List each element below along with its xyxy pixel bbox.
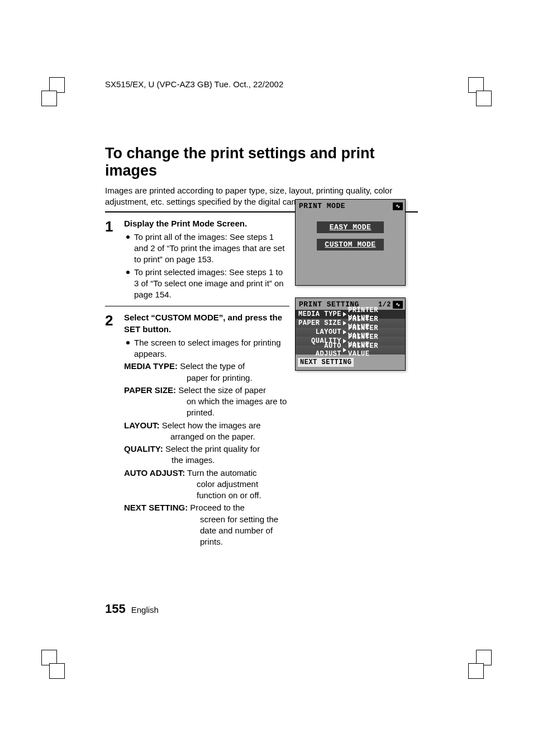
def-label: NEXT SETTING: [124, 503, 188, 512]
doc-header: SX515/EX, U (VPC-AZ3 GB) Tue. Oct., 22/2… [105, 79, 418, 89]
triangle-right-icon [343, 330, 346, 334]
def-text: arranged on the paper. [124, 431, 289, 442]
custom-mode-button: CUSTOM MODE [317, 239, 384, 251]
bullet-item: To print selected images: See steps 1 to… [124, 267, 289, 301]
def-text: on which the images are to printed. [124, 396, 289, 419]
triangle-right-icon [343, 321, 346, 325]
step-body: Display the Print Mode Screen. To print … [124, 218, 289, 302]
easy-mode-button: EASY MODE [317, 221, 384, 233]
def-next-setting: NEXT SETTING: Proceed to the screen for … [124, 502, 289, 547]
def-text: screen for setting the date and number o… [124, 514, 289, 548]
step-number: 1 [105, 218, 124, 234]
def-text: paper for printing. [124, 372, 289, 384]
step-number: 2 [105, 312, 124, 328]
crop-mark [41, 650, 70, 679]
definitions: MEDIA TYPE: Select the type of paper for… [124, 361, 289, 547]
step-title: Display the Print Mode Screen. [124, 218, 289, 229]
next-setting-button: NEXT SETTING [298, 358, 354, 367]
graph-icon: ∿ [393, 202, 403, 210]
def-paper-size: PAPER SIZE: Select the size of paper on … [124, 385, 289, 419]
setting-row-auto-adjust: AUTO ADJUST PRINTER VALUE [296, 346, 405, 355]
page-footer: 155 English [105, 602, 159, 616]
def-label: LAYOUT: [124, 420, 160, 430]
crop-mark [463, 77, 492, 106]
step-2: 2 Select “CUSTOM MODE”, and press the SE… [105, 312, 289, 549]
bullet-item: The screen to select images for printing… [124, 337, 289, 360]
lcd-print-setting: PRINT SETTING 1/2 ∿ MEDIA TYPE PRINTER V… [295, 297, 406, 371]
def-text: color adjustment function on or off. [124, 479, 289, 502]
def-text: Select the type of [178, 361, 245, 371]
step-1: 1 Display the Print Mode Screen. To prin… [105, 218, 289, 302]
def-layout: LAYOUT: Select how the images are arrang… [124, 420, 289, 443]
def-label: MEDIA TYPE: [124, 361, 178, 371]
setting-label: LAYOUT [298, 328, 341, 336]
crop-mark [463, 650, 492, 679]
page-content: SX515/EX, U (VPC-AZ3 GB) Tue. Oct., 22/2… [105, 79, 418, 616]
def-label: AUTO ADJUST: [124, 468, 185, 478]
page-number: 155 [105, 602, 126, 616]
lcd-title: PRINT MODE [299, 202, 345, 210]
step-divider [105, 306, 289, 306]
def-text: Proceed to the [188, 503, 245, 512]
crop-mark [41, 77, 70, 106]
page-title: To change the print settings and print i… [105, 145, 418, 179]
lcd-print-mode: PRINT MODE ∿ EASY MODE CUSTOM MODE [295, 199, 406, 286]
step-title: Select “CUSTOM MODE”, and press the SET … [124, 312, 289, 335]
def-text: Select how the images are [160, 420, 261, 430]
step-body: Select “CUSTOM MODE”, and press the SET … [124, 312, 289, 549]
setting-label: PAPER SIZE [298, 319, 341, 327]
page-language: English [131, 605, 159, 615]
def-text: the images. [124, 455, 289, 466]
def-media-type: MEDIA TYPE: Select the type of paper for… [124, 361, 289, 384]
def-quality: QUALITY: Select the print quality for th… [124, 443, 289, 466]
setting-value: PRINTER VALUE [348, 342, 403, 358]
def-label: QUALITY: [124, 444, 163, 453]
bullet-item: To print all of the images: See steps 1 … [124, 231, 289, 266]
def-auto-adjust: AUTO ADJUST: Turn the automatic color ad… [124, 467, 289, 502]
def-text: Turn the automatic [185, 468, 256, 478]
triangle-right-icon [343, 312, 346, 316]
triangle-right-icon [343, 348, 346, 352]
def-text: Select the print quality for [163, 444, 260, 453]
triangle-right-icon [343, 339, 346, 343]
def-label: PAPER SIZE: [124, 385, 176, 395]
lcd-title-row: PRINT MODE ∿ [296, 200, 405, 211]
def-text: Select the size of paper [176, 385, 266, 395]
setting-label: MEDIA TYPE [298, 310, 341, 318]
